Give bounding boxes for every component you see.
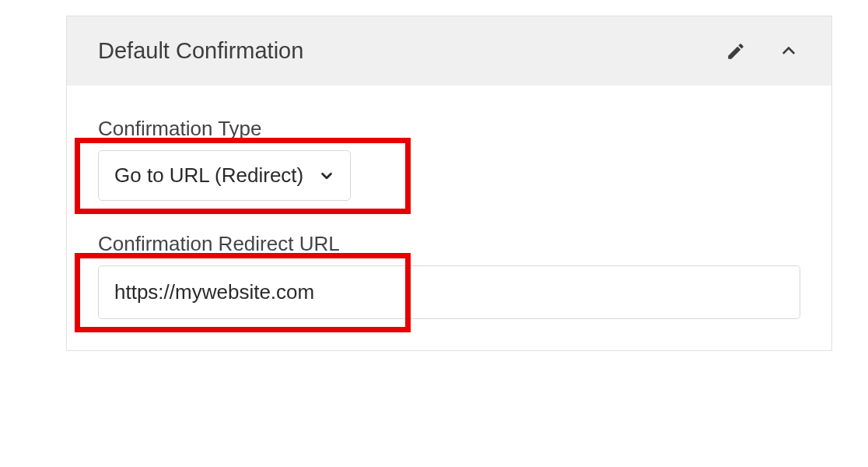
redirect-url-label: Confirmation Redirect URL <box>98 232 800 256</box>
redirect-url-field: Confirmation Redirect URL <box>98 232 800 319</box>
panel-title: Default Confirmation <box>98 38 303 64</box>
chevron-up-icon <box>777 40 800 63</box>
confirmation-type-select[interactable]: Go to URL (Redirect) <box>98 150 351 201</box>
panel-header: Default Confirmation <box>67 16 831 86</box>
panel-body: Confirmation Type Go to URL (Redirect) C… <box>67 86 831 350</box>
collapse-button[interactable] <box>777 40 800 63</box>
redirect-url-input[interactable] <box>98 265 800 319</box>
panel-actions <box>726 40 800 63</box>
confirmation-type-select-wrapper: Go to URL (Redirect) <box>98 150 351 201</box>
confirmation-type-label: Confirmation Type <box>98 117 800 141</box>
confirmation-type-value: Go to URL (Redirect) <box>114 163 303 188</box>
confirmation-panel: Default Confirmation Confirmation Type G… <box>66 16 832 351</box>
pencil-icon <box>726 41 746 61</box>
confirmation-type-field: Confirmation Type Go to URL (Redirect) <box>98 117 800 201</box>
edit-button[interactable] <box>726 41 746 61</box>
